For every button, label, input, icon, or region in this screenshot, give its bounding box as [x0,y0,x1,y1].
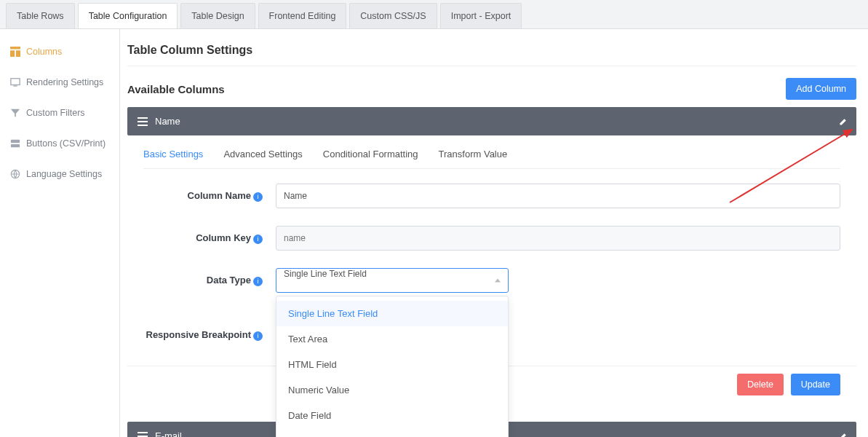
pencil-icon[interactable] [839,432,848,438]
sidebar-item-label: Buttons (CSV/Print) [26,138,105,149]
svg-rect-1 [10,50,15,57]
data-type-option[interactable]: Single Line Text Field [276,301,508,326]
page-title: Table Column Settings [127,39,856,66]
chevron-up-icon [495,279,501,283]
sidebar-item-buttons[interactable]: Buttons (CSV/Print) [0,128,119,159]
tab-frontend-editing[interactable]: Frontend Editing [258,3,347,28]
data-type-option[interactable]: Date Field [276,403,508,428]
update-button[interactable]: Update [791,374,840,395]
info-icon[interactable]: i [253,277,263,286]
language-icon [10,169,20,179]
sidebar-item-label: Custom Filters [26,108,85,118]
svg-rect-2 [16,50,20,57]
add-column-button[interactable]: Add Column [786,78,856,100]
sidebar-item-label: Rendering Settings [26,77,103,87]
column-header-label: E-mail [155,430,182,437]
data-type-option[interactable]: Numeric Value [276,377,508,403]
svg-rect-6 [11,144,20,147]
column-key-input [276,226,840,251]
svg-rect-5 [11,140,20,143]
inner-tab-advanced[interactable]: Advanced Settings [223,149,302,160]
sidebar-item-language[interactable]: Language Settings [0,159,119,189]
svg-rect-9 [138,121,148,122]
tab-table-configuration[interactable]: Table Configuration [78,3,178,28]
svg-rect-4 [13,85,17,86]
data-type-option[interactable]: Text Area [276,326,508,352]
svg-rect-10 [138,125,148,126]
delete-button[interactable]: Delete [737,374,784,395]
column-name-label: Column Namei [143,190,267,202]
sidebar-item-label: Language Settings [26,169,102,179]
column-name-input[interactable] [276,184,840,208]
tab-custom-css-js[interactable]: Custom CSS/JS [349,3,437,28]
responsive-breakpoint-label: Responsive Breakpointi [143,329,267,341]
buttons-icon [10,138,20,149]
svg-rect-13 [138,436,148,437]
sidebar-item-label: Columns [26,47,62,57]
data-type-label: Data Typei [143,275,267,286]
inner-tab-transform[interactable]: Transform Value [439,149,508,160]
main-content: Table Column Settings Available Columns … [120,29,868,437]
info-icon[interactable]: i [253,192,263,202]
tab-import-export[interactable]: Import - Export [440,3,522,28]
data-type-select[interactable]: Single Line Text Field [276,268,509,293]
data-type-option[interactable]: Select Field [276,428,508,437]
svg-rect-8 [138,117,148,119]
svg-rect-0 [10,47,20,50]
sidebar-item-filters[interactable]: Custom Filters [0,98,119,128]
tab-table-rows[interactable]: Table Rows [6,3,75,28]
column-header-name[interactable]: Name [127,107,856,135]
column-key-label: Column Keyi [143,232,267,244]
inner-tabs: Basic Settings Advanced Settings Conditi… [143,149,840,169]
svg-rect-3 [11,79,20,85]
data-type-option[interactable]: HTML Field [276,352,508,377]
tab-table-design[interactable]: Table Design [180,3,255,28]
data-type-dropdown: Single Line Text Field Text Area HTML Fi… [276,296,509,437]
rendering-icon [10,77,20,87]
filter-icon [10,108,20,118]
svg-rect-12 [138,432,148,433]
top-tabs: Table Rows Table Configuration Table Des… [0,0,868,29]
sidebar-item-columns[interactable]: Columns [0,36,119,67]
sidebar: Columns Rendering Settings Custom Filter… [0,29,120,437]
bars-icon [138,431,148,438]
info-icon[interactable]: i [253,235,263,244]
info-icon[interactable]: i [253,331,263,341]
columns-icon [10,47,20,57]
column-panel: Basic Settings Advanced Settings Conditi… [127,135,856,366]
inner-tab-basic[interactable]: Basic Settings [143,149,203,160]
column-header-label: Name [155,116,180,127]
pencil-icon[interactable] [839,117,848,126]
inner-tab-conditional[interactable]: Conditional Formatting [323,149,418,160]
available-columns-title: Available Columns [127,83,225,95]
bars-icon [138,117,148,127]
sidebar-item-rendering[interactable]: Rendering Settings [0,67,119,98]
